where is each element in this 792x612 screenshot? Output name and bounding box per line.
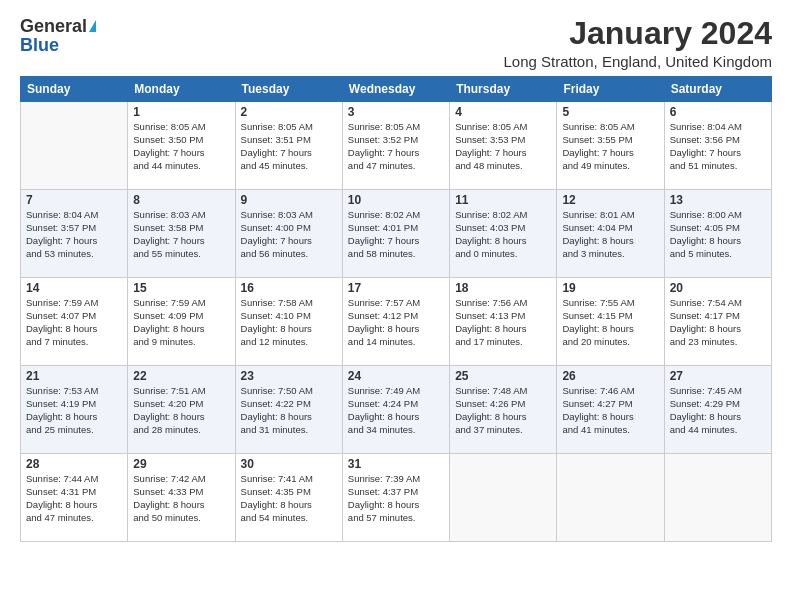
calendar-cell: 16Sunrise: 7:58 AMSunset: 4:10 PMDayligh… (235, 278, 342, 366)
day-number: 5 (562, 105, 658, 119)
day-info: Sunrise: 7:59 AMSunset: 4:09 PMDaylight:… (133, 297, 229, 348)
day-info: Sunrise: 8:04 AMSunset: 3:56 PMDaylight:… (670, 121, 766, 172)
day-info: Sunrise: 8:05 AMSunset: 3:50 PMDaylight:… (133, 121, 229, 172)
calendar-cell: 18Sunrise: 7:56 AMSunset: 4:13 PMDayligh… (450, 278, 557, 366)
calendar-cell: 1Sunrise: 8:05 AMSunset: 3:50 PMDaylight… (128, 102, 235, 190)
calendar-cell (450, 454, 557, 542)
calendar-cell: 25Sunrise: 7:48 AMSunset: 4:26 PMDayligh… (450, 366, 557, 454)
day-number: 10 (348, 193, 444, 207)
day-number: 6 (670, 105, 766, 119)
calendar-cell: 24Sunrise: 7:49 AMSunset: 4:24 PMDayligh… (342, 366, 449, 454)
month-title: January 2024 (503, 16, 772, 51)
logo-blue: Blue (20, 35, 59, 56)
calendar-cell: 28Sunrise: 7:44 AMSunset: 4:31 PMDayligh… (21, 454, 128, 542)
day-number: 12 (562, 193, 658, 207)
day-number: 17 (348, 281, 444, 295)
calendar-cell: 29Sunrise: 7:42 AMSunset: 4:33 PMDayligh… (128, 454, 235, 542)
day-number: 22 (133, 369, 229, 383)
calendar-week-row: 1Sunrise: 8:05 AMSunset: 3:50 PMDaylight… (21, 102, 772, 190)
logo: General Blue (20, 16, 96, 56)
day-number: 27 (670, 369, 766, 383)
day-number: 7 (26, 193, 122, 207)
logo-general: General (20, 16, 87, 37)
day-number: 1 (133, 105, 229, 119)
day-number: 16 (241, 281, 337, 295)
day-number: 24 (348, 369, 444, 383)
calendar-week-row: 28Sunrise: 7:44 AMSunset: 4:31 PMDayligh… (21, 454, 772, 542)
calendar-cell: 13Sunrise: 8:00 AMSunset: 4:05 PMDayligh… (664, 190, 771, 278)
day-info: Sunrise: 7:59 AMSunset: 4:07 PMDaylight:… (26, 297, 122, 348)
day-number: 2 (241, 105, 337, 119)
day-number: 20 (670, 281, 766, 295)
day-info: Sunrise: 8:02 AMSunset: 4:01 PMDaylight:… (348, 209, 444, 260)
day-info: Sunrise: 7:58 AMSunset: 4:10 PMDaylight:… (241, 297, 337, 348)
calendar-cell: 30Sunrise: 7:41 AMSunset: 4:35 PMDayligh… (235, 454, 342, 542)
day-info: Sunrise: 8:03 AMSunset: 3:58 PMDaylight:… (133, 209, 229, 260)
day-info: Sunrise: 7:57 AMSunset: 4:12 PMDaylight:… (348, 297, 444, 348)
day-number: 23 (241, 369, 337, 383)
day-info: Sunrise: 7:42 AMSunset: 4:33 PMDaylight:… (133, 473, 229, 524)
weekday-header-monday: Monday (128, 77, 235, 102)
day-number: 21 (26, 369, 122, 383)
day-info: Sunrise: 7:51 AMSunset: 4:20 PMDaylight:… (133, 385, 229, 436)
calendar-cell: 22Sunrise: 7:51 AMSunset: 4:20 PMDayligh… (128, 366, 235, 454)
calendar-cell: 31Sunrise: 7:39 AMSunset: 4:37 PMDayligh… (342, 454, 449, 542)
day-info: Sunrise: 7:54 AMSunset: 4:17 PMDaylight:… (670, 297, 766, 348)
day-number: 30 (241, 457, 337, 471)
day-number: 31 (348, 457, 444, 471)
day-info: Sunrise: 7:44 AMSunset: 4:31 PMDaylight:… (26, 473, 122, 524)
calendar-cell: 10Sunrise: 8:02 AMSunset: 4:01 PMDayligh… (342, 190, 449, 278)
day-info: Sunrise: 7:39 AMSunset: 4:37 PMDaylight:… (348, 473, 444, 524)
day-number: 3 (348, 105, 444, 119)
day-number: 28 (26, 457, 122, 471)
weekday-header-sunday: Sunday (21, 77, 128, 102)
title-block: January 2024 Long Stratton, England, Uni… (503, 16, 772, 70)
calendar-cell: 8Sunrise: 8:03 AMSunset: 3:58 PMDaylight… (128, 190, 235, 278)
calendar-cell: 11Sunrise: 8:02 AMSunset: 4:03 PMDayligh… (450, 190, 557, 278)
day-info: Sunrise: 7:55 AMSunset: 4:15 PMDaylight:… (562, 297, 658, 348)
calendar-cell (21, 102, 128, 190)
calendar-table: SundayMondayTuesdayWednesdayThursdayFrid… (20, 76, 772, 542)
calendar-cell: 26Sunrise: 7:46 AMSunset: 4:27 PMDayligh… (557, 366, 664, 454)
day-number: 26 (562, 369, 658, 383)
day-info: Sunrise: 8:05 AMSunset: 3:51 PMDaylight:… (241, 121, 337, 172)
day-number: 25 (455, 369, 551, 383)
weekday-header-friday: Friday (557, 77, 664, 102)
logo-triangle-icon (89, 20, 96, 32)
day-number: 9 (241, 193, 337, 207)
day-number: 11 (455, 193, 551, 207)
calendar-cell: 3Sunrise: 8:05 AMSunset: 3:52 PMDaylight… (342, 102, 449, 190)
day-info: Sunrise: 7:46 AMSunset: 4:27 PMDaylight:… (562, 385, 658, 436)
header: General Blue January 2024 Long Stratton,… (20, 16, 772, 70)
weekday-header-tuesday: Tuesday (235, 77, 342, 102)
calendar-cell: 14Sunrise: 7:59 AMSunset: 4:07 PMDayligh… (21, 278, 128, 366)
calendar-cell: 9Sunrise: 8:03 AMSunset: 4:00 PMDaylight… (235, 190, 342, 278)
day-number: 13 (670, 193, 766, 207)
calendar-cell: 2Sunrise: 8:05 AMSunset: 3:51 PMDaylight… (235, 102, 342, 190)
calendar-week-row: 7Sunrise: 8:04 AMSunset: 3:57 PMDaylight… (21, 190, 772, 278)
day-info: Sunrise: 8:05 AMSunset: 3:52 PMDaylight:… (348, 121, 444, 172)
calendar-cell: 27Sunrise: 7:45 AMSunset: 4:29 PMDayligh… (664, 366, 771, 454)
calendar-cell: 5Sunrise: 8:05 AMSunset: 3:55 PMDaylight… (557, 102, 664, 190)
day-info: Sunrise: 8:03 AMSunset: 4:00 PMDaylight:… (241, 209, 337, 260)
calendar-cell: 6Sunrise: 8:04 AMSunset: 3:56 PMDaylight… (664, 102, 771, 190)
calendar-cell: 20Sunrise: 7:54 AMSunset: 4:17 PMDayligh… (664, 278, 771, 366)
calendar-cell: 4Sunrise: 8:05 AMSunset: 3:53 PMDaylight… (450, 102, 557, 190)
day-info: Sunrise: 8:02 AMSunset: 4:03 PMDaylight:… (455, 209, 551, 260)
calendar-cell (664, 454, 771, 542)
day-number: 8 (133, 193, 229, 207)
day-number: 18 (455, 281, 551, 295)
day-info: Sunrise: 8:04 AMSunset: 3:57 PMDaylight:… (26, 209, 122, 260)
weekday-header-wednesday: Wednesday (342, 77, 449, 102)
location-title: Long Stratton, England, United Kingdom (503, 53, 772, 70)
day-info: Sunrise: 7:49 AMSunset: 4:24 PMDaylight:… (348, 385, 444, 436)
calendar-cell: 7Sunrise: 8:04 AMSunset: 3:57 PMDaylight… (21, 190, 128, 278)
weekday-header-row: SundayMondayTuesdayWednesdayThursdayFrid… (21, 77, 772, 102)
calendar-cell: 23Sunrise: 7:50 AMSunset: 4:22 PMDayligh… (235, 366, 342, 454)
day-info: Sunrise: 7:41 AMSunset: 4:35 PMDaylight:… (241, 473, 337, 524)
calendar-cell: 21Sunrise: 7:53 AMSunset: 4:19 PMDayligh… (21, 366, 128, 454)
calendar-cell (557, 454, 664, 542)
day-info: Sunrise: 7:48 AMSunset: 4:26 PMDaylight:… (455, 385, 551, 436)
day-number: 15 (133, 281, 229, 295)
calendar-cell: 17Sunrise: 7:57 AMSunset: 4:12 PMDayligh… (342, 278, 449, 366)
